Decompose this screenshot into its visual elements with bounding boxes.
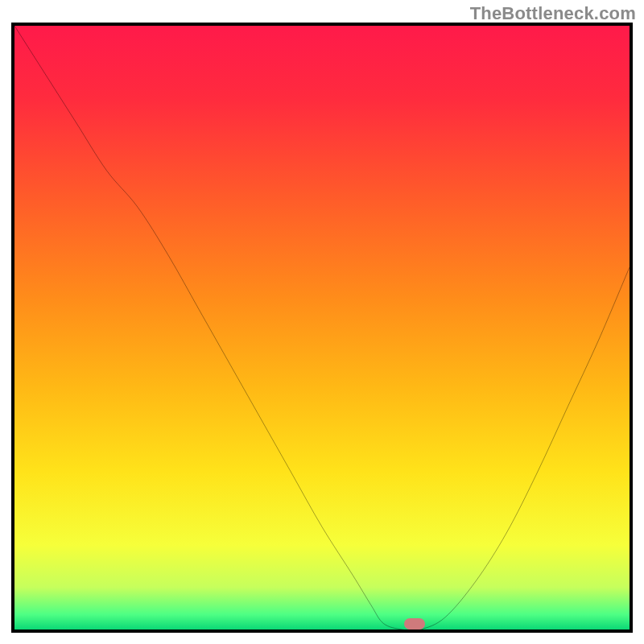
bottleneck-curve	[14, 26, 630, 630]
optimal-marker	[404, 618, 425, 630]
watermark-text: TheBottleneck.com	[470, 3, 636, 24]
chart-frame	[11, 23, 633, 633]
